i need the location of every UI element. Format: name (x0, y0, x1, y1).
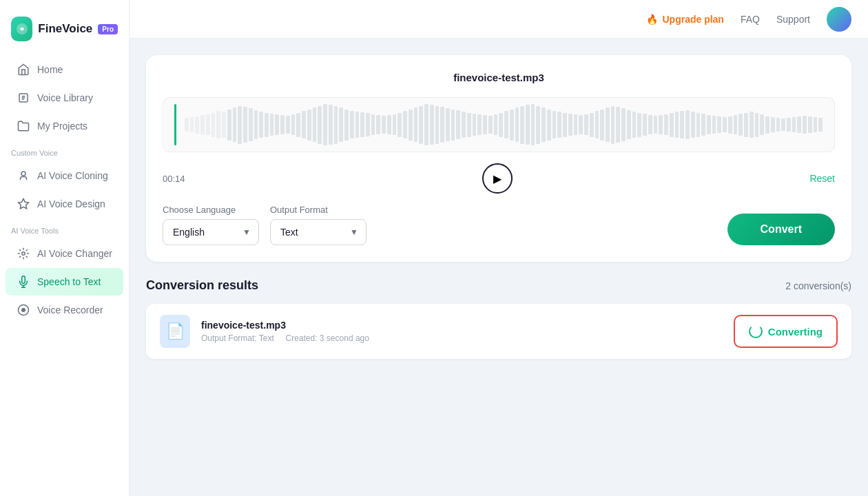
waveform-bar (313, 107, 317, 142)
waveform-bar (579, 115, 583, 134)
waveform-bar (387, 115, 391, 134)
sidebar-item-voice-library[interactable]: Voice Library (6, 84, 123, 112)
cloning-icon (17, 169, 30, 183)
sidebar-item-my-projects[interactable]: My Projects (6, 112, 123, 140)
format-group: Output Format Text SRT VTT ▼ (270, 205, 366, 245)
waveform-bar (814, 117, 818, 132)
sidebar-item-home[interactable]: Home (6, 56, 123, 83)
waveform-bar (473, 114, 477, 136)
waveform-bar (494, 114, 498, 135)
result-meta: Output Format: Text Created: 3 second ag… (201, 333, 723, 343)
waveform-bar (403, 111, 407, 138)
waveform-bar (499, 113, 503, 137)
waveform-bar (243, 107, 247, 143)
waveform-bar (435, 106, 440, 144)
waveform-bar (755, 113, 759, 137)
sidebar-nav: Home Voice Library My Projects Custom Vo… (0, 55, 129, 485)
audio-timestamp: 00:14 (163, 174, 185, 184)
waveform-bar (462, 112, 466, 138)
waveform-bar (691, 112, 695, 138)
upgrade-button[interactable]: 🔥 Upgrade plan (646, 14, 723, 25)
waveform-bar (648, 115, 652, 134)
waveform-bar (419, 106, 423, 144)
waveform-bar (557, 112, 561, 138)
sidebar-item-speech-to-text[interactable]: Speech to Text (6, 268, 123, 296)
waveform-bar (701, 114, 705, 136)
waveform-bar (190, 117, 194, 132)
waveform-bar (339, 107, 343, 142)
waveform-bar (590, 113, 594, 137)
sidebar: FineVoice Pro Home Voice Library My Proj… (0, 0, 130, 496)
format-select[interactable]: Text SRT VTT (270, 219, 366, 245)
waveform-bar (323, 104, 327, 145)
waveform-bar (760, 114, 764, 135)
waveform-bar (808, 116, 812, 133)
sidebar-item-ai-voice-cloning[interactable]: AI Voice Cloning (6, 162, 123, 189)
waveform-bar (366, 113, 370, 136)
sidebar-item-ai-voice-design[interactable]: AI Voice Design (6, 190, 123, 218)
waveform-bar (632, 112, 637, 138)
audio-controls: 00:14 ▶ Reset (163, 163, 835, 194)
waveform-bar (440, 107, 444, 143)
waveform-bar (456, 110, 460, 139)
faq-button[interactable]: FAQ (741, 14, 760, 25)
output-format: Output Format: Text (201, 333, 274, 343)
waveform-bar (233, 107, 237, 142)
waveform-bar (360, 112, 364, 137)
waveform-bar (696, 113, 701, 137)
waveform-bar (334, 106, 338, 144)
waveform-bar (446, 108, 450, 141)
reset-button[interactable]: Reset (809, 173, 835, 184)
waveform-bar (723, 117, 727, 132)
waveform-bar (776, 118, 781, 132)
waveform-bar (595, 111, 599, 138)
waveform-bar (329, 105, 333, 145)
waveform-bar (350, 111, 354, 138)
support-button[interactable]: Support (776, 14, 810, 25)
voice-library-label: Voice Library (37, 92, 93, 103)
sidebar-item-ai-voice-changer[interactable]: AI Voice Changer (6, 240, 123, 267)
result-filename: finevoice-test.mp3 (201, 320, 723, 331)
waveform-bars (185, 104, 823, 145)
svg-point-3 (22, 252, 25, 256)
waveform-bar (738, 114, 743, 136)
waveform-bar (451, 110, 455, 141)
waveform-bar (584, 114, 588, 135)
language-select[interactable]: English Spanish French German (163, 219, 259, 245)
pro-badge: Pro (98, 24, 118, 34)
convert-button[interactable]: Convert (727, 214, 835, 245)
results-title: Conversion results (146, 278, 258, 293)
my-projects-label: My Projects (37, 121, 87, 132)
waveform-bar (728, 116, 732, 134)
converting-button[interactable]: Converting (734, 315, 838, 348)
settings-row: Choose Language English Spanish French G… (163, 205, 835, 245)
waveform-bar (643, 114, 647, 136)
waveform-bar (291, 114, 296, 135)
waveform-bar (430, 105, 434, 145)
waveform-bar (627, 110, 631, 139)
play-button[interactable]: ▶ (482, 163, 513, 194)
audio-filename: finevoice-test.mp3 (163, 72, 835, 83)
waveform-bar (771, 117, 775, 132)
waveform-bar (568, 114, 572, 136)
waveform-bar (616, 107, 620, 143)
waveform-bar (296, 113, 300, 137)
conversion-count: 2 conversion(s) (785, 280, 851, 291)
waveform-bar (654, 116, 658, 134)
waveform-bar (526, 105, 530, 145)
waveform-bar (621, 108, 626, 141)
sidebar-item-voice-recorder[interactable]: Voice Recorder (6, 296, 123, 324)
waveform-bar (211, 113, 216, 137)
svg-point-7 (22, 309, 25, 312)
language-label: Choose Language (163, 205, 259, 215)
main-content: finevoice-test.mp3 00:14 ▶ Reset Choose … (130, 39, 868, 496)
created-time: Created: 3 second ago (286, 333, 369, 343)
file-icon: 📄 (160, 315, 190, 348)
waveform-bar (765, 116, 769, 134)
waveform-bar (280, 115, 285, 134)
waveform-bar (307, 110, 311, 141)
play-icon: ▶ (493, 172, 502, 185)
waveform-bar (376, 115, 380, 134)
avatar[interactable] (827, 7, 851, 32)
projects-icon (17, 119, 30, 133)
